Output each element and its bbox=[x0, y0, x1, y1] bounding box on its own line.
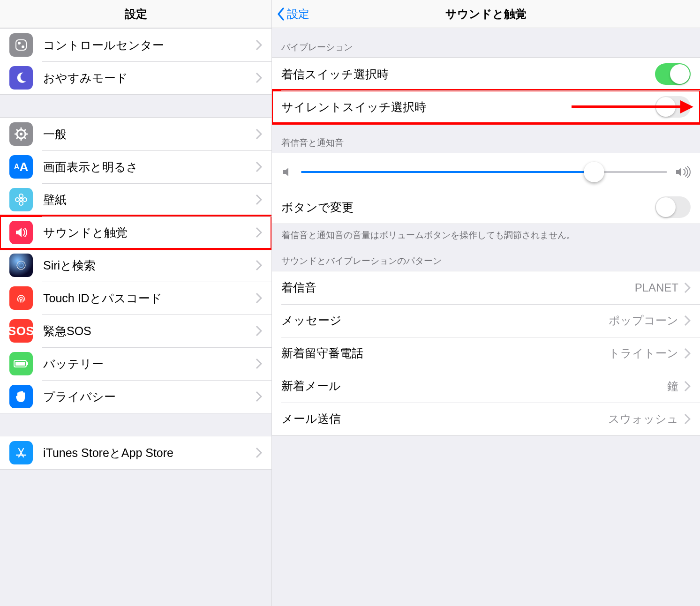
settings-group-0: コントロールセンター おやすみモード bbox=[0, 28, 271, 95]
row-label: おやすみモード bbox=[43, 70, 256, 86]
chevron-right-icon bbox=[256, 194, 262, 205]
row-dnd[interactable]: おやすみモード bbox=[0, 61, 271, 94]
row-label: iTunes StoreとApp Store bbox=[43, 445, 256, 461]
battery-icon bbox=[9, 352, 33, 375]
svg-line-9 bbox=[16, 129, 18, 131]
sounds-title: サウンドと触覚 bbox=[445, 7, 527, 22]
fingerprint-icon bbox=[9, 286, 33, 310]
volume-slider-thumb[interactable] bbox=[584, 162, 604, 182]
settings-list[interactable]: コントロールセンター おやすみモード 一般 bbox=[0, 28, 271, 606]
row-label: コントロールセンター bbox=[43, 37, 256, 53]
row-sos[interactable]: SOS 緊急SOS bbox=[0, 314, 271, 347]
row-display[interactable]: AA 画面表示と明るさ bbox=[0, 150, 271, 183]
svg-point-17 bbox=[23, 198, 27, 202]
row-vibrate-on-ring[interactable]: 着信スイッチ選択時 bbox=[272, 58, 700, 90]
row-label: プライバシー bbox=[43, 389, 256, 404]
moon-icon bbox=[9, 66, 33, 90]
row-value: トライトーン bbox=[609, 346, 678, 361]
svg-line-12 bbox=[16, 137, 18, 139]
section-footer-ringer: 着信音と通知音の音量はボリュームボタンを操作しても調節されません。 bbox=[272, 224, 700, 242]
chevron-right-icon bbox=[256, 227, 262, 238]
row-wallpaper[interactable]: 壁紙 bbox=[0, 183, 271, 216]
row-label: 着信スイッチ選択時 bbox=[281, 67, 655, 82]
chevron-right-icon bbox=[684, 413, 691, 425]
svg-point-18 bbox=[17, 261, 25, 269]
sounds-header: 設定 サウンドと触覚 bbox=[272, 0, 700, 28]
row-privacy[interactable]: プライバシー bbox=[0, 380, 271, 413]
patterns-group: 着信音 PLANET メッセージ ポップコーン 新着留守番電話 トライトーン 新… bbox=[272, 271, 700, 436]
toggle-vibrate-on-ring[interactable] bbox=[655, 63, 691, 85]
svg-line-10 bbox=[24, 137, 26, 139]
row-new-voicemail[interactable]: 新着留守番電話 トライトーン bbox=[272, 337, 700, 370]
chevron-right-icon bbox=[684, 348, 691, 359]
svg-point-14 bbox=[19, 194, 23, 198]
row-label: 画面表示と明るさ bbox=[43, 159, 256, 175]
row-control-center[interactable]: コントロールセンター bbox=[0, 29, 271, 61]
chevron-right-icon bbox=[256, 358, 262, 369]
back-button[interactable]: 設定 bbox=[277, 0, 309, 28]
row-label: 新着留守番電話 bbox=[281, 345, 609, 361]
chevron-right-icon bbox=[256, 128, 262, 140]
toggle-change-with-buttons[interactable] bbox=[655, 196, 691, 218]
section-header-ringer: 着信音と通知音 bbox=[272, 124, 700, 153]
chevron-right-icon bbox=[256, 39, 262, 51]
row-value: スウォッシュ bbox=[608, 411, 678, 426]
appstore-icon bbox=[9, 441, 33, 464]
row-siri[interactable]: Siriと検索 bbox=[0, 249, 271, 282]
row-label: バッテリー bbox=[43, 356, 256, 372]
svg-rect-22 bbox=[15, 362, 25, 366]
row-change-with-buttons[interactable]: ボタンで変更 bbox=[272, 191, 700, 224]
row-text-tone[interactable]: メッセージ ポップコーン bbox=[272, 304, 700, 337]
settings-group-2: iTunes StoreとApp Store bbox=[0, 436, 271, 470]
row-label: 壁紙 bbox=[43, 192, 256, 208]
chevron-right-icon bbox=[684, 381, 691, 392]
chevron-right-icon bbox=[256, 72, 262, 83]
section-gap bbox=[0, 413, 271, 436]
row-value: ポップコーン bbox=[609, 313, 678, 328]
row-label: 一般 bbox=[43, 127, 256, 142]
row-label: サイレントスイッチ選択時 bbox=[281, 99, 655, 115]
row-itunes-appstore[interactable]: iTunes StoreとApp Store bbox=[0, 436, 271, 469]
row-label: メール送信 bbox=[281, 411, 608, 426]
chevron-right-icon bbox=[256, 391, 262, 402]
volume-slider-fill bbox=[301, 171, 594, 173]
row-general[interactable]: 一般 bbox=[0, 118, 271, 150]
volume-low-icon bbox=[281, 166, 294, 178]
row-label: ボタンで変更 bbox=[281, 200, 655, 215]
row-value: 鐘 bbox=[667, 379, 678, 394]
row-ringtone[interactable]: 着信音 PLANET bbox=[272, 271, 700, 304]
volume-slider-row bbox=[272, 153, 700, 191]
volume-high-icon bbox=[675, 165, 691, 179]
settings-group-1: 一般 AA 画面表示と明るさ 壁紙 サウン bbox=[0, 117, 271, 413]
svg-rect-0 bbox=[16, 40, 26, 50]
toggle-vibrate-on-silent[interactable] bbox=[655, 96, 691, 118]
row-sent-mail[interactable]: メール送信 スウォッシュ bbox=[272, 403, 700, 435]
svg-line-11 bbox=[24, 129, 26, 131]
row-battery[interactable]: バッテリー bbox=[0, 347, 271, 380]
vibration-group: 着信スイッチ選択時 サイレントスイッチ選択時 bbox=[272, 57, 700, 124]
row-sounds[interactable]: サウンドと触覚 bbox=[0, 216, 271, 249]
chevron-right-icon bbox=[684, 315, 691, 326]
sos-icon: SOS bbox=[9, 319, 33, 343]
ringer-group: ボタンで変更 bbox=[272, 153, 700, 224]
section-gap bbox=[0, 95, 271, 117]
control-center-icon bbox=[9, 33, 33, 57]
row-touchid[interactable]: Touch IDとパスコード bbox=[0, 282, 271, 314]
chevron-right-icon bbox=[256, 292, 262, 304]
svg-point-15 bbox=[19, 202, 23, 205]
svg-point-1 bbox=[18, 42, 21, 45]
chevron-right-icon bbox=[256, 161, 262, 172]
sounds-list[interactable]: バイブレーション 着信スイッチ選択時 サイレントスイッチ選択時 着信音と通知音 bbox=[272, 28, 700, 606]
row-vibrate-on-silent[interactable]: サイレントスイッチ選択時 bbox=[272, 90, 700, 123]
settings-pane: 設定 コントロールセンター おやすみモード bbox=[0, 0, 272, 606]
svg-point-19 bbox=[19, 263, 23, 268]
flower-icon bbox=[9, 188, 33, 211]
hand-icon bbox=[9, 385, 33, 408]
row-new-mail[interactable]: 新着メール 鐘 bbox=[272, 370, 700, 403]
back-label: 設定 bbox=[287, 7, 309, 22]
svg-point-4 bbox=[20, 133, 23, 135]
chevron-right-icon bbox=[256, 325, 262, 337]
volume-slider[interactable] bbox=[301, 171, 667, 173]
section-header-patterns: サウンドとバイブレーションのパターン bbox=[272, 242, 700, 271]
row-label: メッセージ bbox=[281, 313, 609, 328]
